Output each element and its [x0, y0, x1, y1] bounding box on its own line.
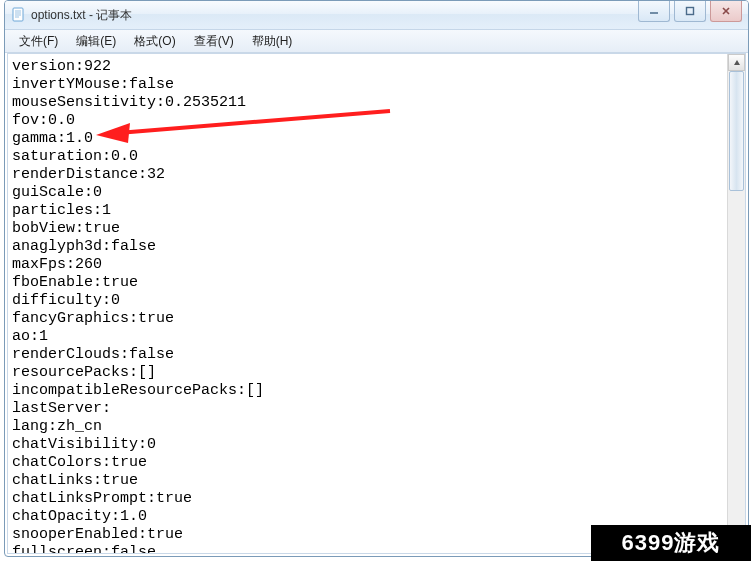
menu-bar: 文件(F) 编辑(E) 格式(O) 查看(V) 帮助(H) [5, 30, 748, 53]
svg-rect-6 [687, 7, 694, 14]
vertical-scrollbar[interactable] [727, 54, 745, 553]
close-button[interactable] [710, 1, 742, 22]
window-title: options.txt - 记事本 [31, 7, 638, 24]
content-area: version:922 invertYMouse:false mouseSens… [7, 53, 746, 554]
title-bar[interactable]: options.txt - 记事本 [5, 1, 748, 30]
svg-marker-9 [734, 60, 740, 65]
menu-format[interactable]: 格式(O) [126, 31, 183, 52]
text-editor[interactable]: version:922 invertYMouse:false mouseSens… [8, 54, 727, 553]
maximize-button[interactable] [674, 1, 706, 22]
minimize-button[interactable] [638, 1, 670, 22]
menu-help[interactable]: 帮助(H) [244, 31, 301, 52]
notepad-icon [11, 7, 27, 23]
menu-edit[interactable]: 编辑(E) [68, 31, 124, 52]
watermark-badge: 6399游戏 [591, 525, 751, 561]
menu-file[interactable]: 文件(F) [11, 31, 66, 52]
scroll-up-button[interactable] [728, 54, 745, 71]
scroll-thumb[interactable] [729, 71, 744, 191]
menu-view[interactable]: 查看(V) [186, 31, 242, 52]
window-frame: options.txt - 记事本 文件(F) 编辑(E) 格式(O) 查看(V… [4, 0, 749, 557]
window-controls [638, 1, 748, 29]
